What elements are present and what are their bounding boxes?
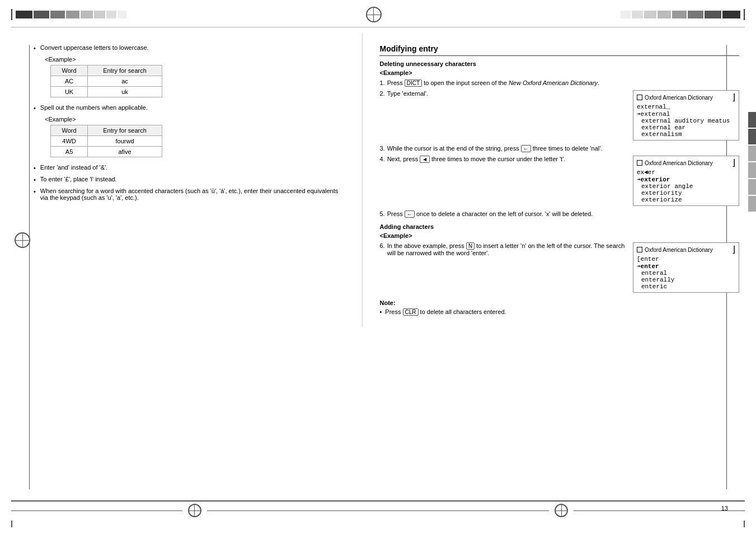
block-4	[66, 11, 79, 18]
bottom-right-tick	[744, 521, 745, 527]
block-3	[50, 11, 65, 18]
note-bullet-dot: •	[379, 308, 382, 315]
dict2-entry-5: exteriorize	[637, 196, 735, 203]
header-separator	[11, 27, 745, 27]
example1-row1-entry: ac	[88, 76, 162, 87]
dict-key: DICT	[405, 79, 422, 87]
step4-dict-box: Oxford American Dictionary ⌋ ex◄er ➔exte…	[633, 156, 739, 206]
example2-label: <Example>	[45, 116, 345, 123]
section-title: Modifying entry	[379, 44, 739, 56]
dict-box-1-header: Oxford American Dictionary ⌋	[637, 93, 735, 102]
example2-row1-entry: fourwd	[88, 136, 162, 147]
example2-col2-header: Entry for search	[88, 125, 162, 136]
rblock-4	[658, 11, 671, 18]
bullet-5-text: When searching for a word with accented …	[40, 188, 346, 201]
step1-num: 1.	[379, 79, 384, 86]
table-row: A5 afive	[51, 147, 162, 157]
back-key-1: ←	[521, 145, 531, 152]
dict-box-1: Oxford American Dictionary ⌋ external_ ➔…	[633, 90, 739, 140]
step2-dict-box: Oxford American Dictionary ⌋ external_ ➔…	[633, 90, 739, 140]
left-compass	[15, 232, 30, 248]
dict3-entry-1: [enter	[637, 256, 735, 263]
step-4-row: 4. Next, press ◄ three times to move the…	[379, 156, 739, 206]
step4-text: 4. Next, press ◄ three times to move the…	[379, 156, 627, 163]
dict3-entry-2: ➔enter	[637, 263, 735, 270]
block-1	[16, 11, 32, 18]
side-tab-5	[748, 179, 756, 195]
bottom-compass-right	[555, 504, 568, 517]
step-1: 1. Press DICT to open the input screen o…	[379, 79, 739, 87]
step6-num: 6.	[379, 242, 384, 249]
dict-box-3-header: Oxford American Dictionary ⌋	[637, 245, 735, 254]
table-row: 4WD fourwd	[51, 136, 162, 147]
header-left-line	[11, 9, 12, 20]
bottom-line-center	[207, 510, 550, 511]
bullet-4-text: To enter '£', place 'l' instead.	[40, 176, 117, 182]
step-4: 4. Next, press ◄ three times to move the…	[379, 156, 627, 163]
bottom-left-tick	[11, 521, 12, 527]
bullet-3-text: Enter 'and' instead of '&'.	[40, 164, 107, 171]
bullet-dot-4: •	[34, 176, 36, 183]
example2-row2-entry: afive	[88, 147, 162, 157]
dict-entry-5: externalism	[637, 131, 735, 138]
side-tab-4	[748, 162, 756, 178]
step4-num: 4.	[379, 156, 384, 162]
note-bullet: • Press CLR to delete all characters ent…	[379, 308, 739, 316]
bullet-dot-5: •	[34, 188, 36, 195]
example2-col1-header: Word	[51, 125, 88, 136]
example1-col2-header: Entry for search	[88, 65, 162, 76]
example1-row2-entry: uk	[88, 87, 162, 97]
rblock-8	[722, 11, 740, 18]
bottom-line-right	[574, 510, 745, 511]
rblock-3	[644, 11, 656, 18]
dict3-entry-5: enteric	[637, 283, 735, 290]
dict-box-1-title: Oxford American Dictionary	[645, 95, 713, 101]
dict-entry-3: external auditory meatus	[637, 118, 735, 124]
dict3-entry-4: enterally	[637, 277, 735, 283]
dict-entry-2: ➔external	[637, 110, 735, 118]
dict-entry-4: external ear	[637, 124, 735, 131]
bottom-section	[0, 500, 756, 534]
dict-check-icon-3	[637, 247, 642, 252]
example1-row2-word: UK	[51, 87, 88, 97]
bottom-line-left	[11, 510, 182, 511]
dict-box-2-header: Oxford American Dictionary ⌋	[637, 158, 735, 167]
step2-text: 2. Type 'external'.	[379, 90, 627, 97]
note-label: Note:	[379, 299, 739, 306]
bullet-4: • To enter '£', place 'l' instead.	[34, 176, 345, 183]
rblock-2	[632, 11, 643, 18]
step-2-row: 2. Type 'external'. Oxford American Dict…	[379, 90, 739, 140]
bullet-5: • When searching for a word with accente…	[34, 188, 345, 201]
dict2-entry-4: exteriority	[637, 190, 735, 196]
block-7	[106, 11, 116, 18]
dict2-entry-3: exterior angle	[637, 183, 735, 190]
example2-row1-word: 4WD	[51, 136, 88, 147]
subsection1-title: Deleting unnecessary characters	[379, 60, 739, 67]
header-blocks-left	[16, 11, 126, 18]
dict2-entry-1: ex◄er	[637, 169, 735, 176]
subsection2-title: Adding characters	[379, 223, 739, 230]
block-6	[94, 11, 105, 18]
header-compass	[366, 7, 382, 22]
dict-box-2-title: Oxford American Dictionary	[645, 160, 713, 166]
dict2-entry-2: ➔exterior	[637, 176, 735, 183]
step5-content: Press ← once to delete a character on th…	[387, 210, 593, 218]
page-header	[0, 0, 756, 27]
step6-text: 6. In the above example, press N to inse…	[379, 242, 627, 256]
step4-content: Next, press ◄ three times to move the cu…	[387, 156, 566, 163]
clr-key: CLR	[403, 308, 419, 316]
step-5: 5. Press ← once to delete a character on…	[379, 210, 739, 218]
step5-num: 5.	[379, 210, 384, 217]
step-6-row: 6. In the above example, press N to inse…	[379, 242, 739, 293]
dict-check-icon	[637, 95, 642, 100]
dict-box-3-title: Oxford American Dictionary	[645, 247, 713, 253]
side-tab-3	[748, 146, 756, 161]
side-tabs	[748, 112, 756, 212]
dict-bracket-icon-2: ⌋	[732, 158, 735, 167]
dict3-entry-3: enteral	[637, 270, 735, 277]
dict-box-2: Oxford American Dictionary ⌋ ex◄er ➔exte…	[633, 156, 739, 206]
table-row: AC ac	[51, 76, 162, 87]
rblock-6	[688, 11, 703, 18]
bullet-1: • Convert uppercase letters to lowercase…	[34, 44, 345, 51]
bullet-dot-1: •	[34, 45, 36, 51]
